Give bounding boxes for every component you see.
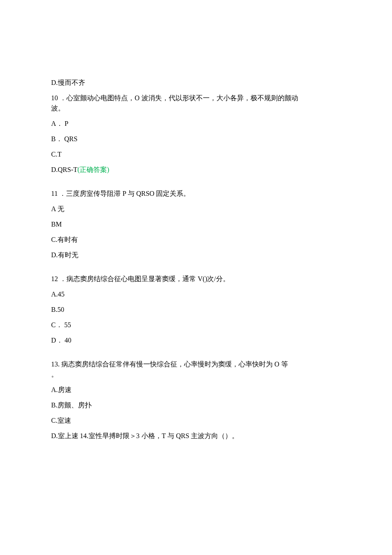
option-a: A.45: [51, 289, 341, 299]
option-d: D.室上速 14.室性早搏时限＞3 小格，T 与 QRS 主波方向（）。: [51, 431, 341, 441]
option-b: B． QRS: [51, 134, 341, 144]
option-text: D.有时无: [51, 251, 78, 259]
correct-answer-mark: (正确答案): [78, 166, 110, 173]
option-d: D.有时无: [51, 250, 341, 260]
question-10: 10 ．心室颤动心电图特点，O 波消失，代以形状不一，大小各异，极不规则的颤动 …: [51, 93, 341, 175]
option-text: B.50: [51, 306, 64, 313]
question-12: 12 ．病态窦房结综合征心电图呈显著窦缓，通常 V()次/分。 A.45 B.5…: [51, 274, 341, 346]
option-text: A． P: [51, 120, 68, 127]
option-text: A 无: [51, 205, 64, 212]
option-text: B.房颤、房扑: [51, 401, 92, 409]
option-text: A.45: [51, 291, 65, 298]
option-text: C.T: [51, 151, 61, 158]
question-13-stem: 13. 病态窦房结综合征常伴有慢一快综合征，心率慢时为窦缓，心率快时为 O 等 …: [51, 359, 341, 380]
question-13: 13. 病态窦房结综合征常伴有慢一快综合征，心率慢时为窦缓，心率快时为 O 等 …: [51, 359, 341, 441]
option-c: C.T: [51, 149, 341, 160]
option-text: C.室速: [51, 417, 71, 424]
stem-line-2: 。: [51, 369, 341, 380]
option-a: A． P: [51, 119, 341, 129]
question-12-stem: 12 ．病态窦房结综合征心电图呈显著窦缓，通常 V()次/分。: [51, 274, 341, 284]
question-11-stem: 11 ．三度房室传导阻滞 P 与 QRSO 固定关系。: [51, 189, 341, 199]
option-text: D． 40: [51, 337, 72, 344]
option-b: B.50: [51, 305, 341, 315]
option-a: A 无: [51, 204, 341, 214]
stem-text: 11 ．三度房室传导阻滞 P 与 QRSO 固定关系。: [51, 190, 190, 197]
option-text: D.室上速 14.室性早搏时限＞3 小格，T 与 QRS 主波方向（）。: [51, 432, 239, 439]
stem-text: 12 ．病态窦房结综合征心电图呈显著窦缓，通常 V()次/分。: [51, 275, 230, 282]
option-b: BM: [51, 219, 341, 230]
option-b: B.房颤、房扑: [51, 400, 341, 410]
stem-line-2: 波。: [51, 103, 341, 113]
option-d: D.QRS-T(正确答案): [51, 165, 341, 175]
option-c: C． 55: [51, 320, 341, 330]
option-text: BM: [51, 221, 62, 228]
option-c: C.室速: [51, 416, 341, 426]
question-10-stem: 10 ．心室颤动心电图特点，O 波消失，代以形状不一，大小各异，极不规则的颤动 …: [51, 93, 341, 113]
option-text: B． QRS: [51, 135, 78, 142]
question-11: 11 ．三度房室传导阻滞 P 与 QRSO 固定关系。 A 无 BM C.有时有…: [51, 189, 341, 260]
option-text: C.有时有: [51, 236, 78, 243]
option-text: A.房速: [51, 386, 72, 393]
option-text-prefix: D.QRS-T: [51, 166, 78, 173]
stem-line-1: 13. 病态窦房结综合征常伴有慢一快综合征，心率慢时为窦缓，心率快时为 O 等: [51, 359, 341, 369]
option-text: D.慢而不齐: [51, 79, 85, 86]
option-c: C.有时有: [51, 235, 341, 245]
orphan-option-d: D.慢而不齐: [51, 78, 341, 88]
option-text: C． 55: [51, 321, 71, 328]
option-a: A.房速: [51, 385, 341, 395]
stem-line-1: 10 ．心室颤动心电图特点，O 波消失，代以形状不一，大小各异，极不规则的颤动: [51, 93, 341, 103]
option-d: D． 40: [51, 335, 341, 346]
